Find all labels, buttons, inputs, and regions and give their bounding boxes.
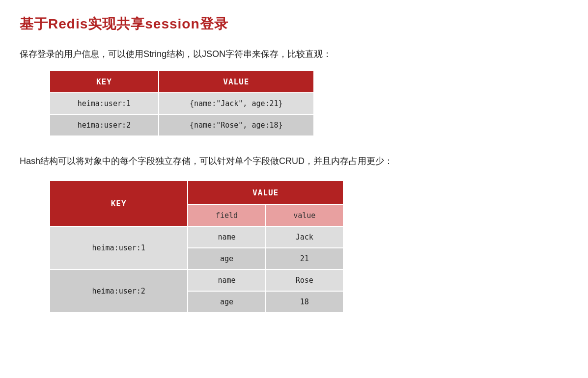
string-table-wrapper: KEY VALUE heima:user:1 {name:"Jack", age… bbox=[49, 70, 568, 136]
hash-table: KEY VALUE field value heima:user:1 name … bbox=[49, 180, 344, 313]
string-key-2: heima:user:2 bbox=[50, 114, 159, 136]
hash-value-header: VALUE bbox=[188, 181, 343, 205]
hash-field-age-1: age bbox=[188, 248, 265, 270]
string-description: 保存登录的用户信息，可以使用String结构，以JSON字符串来保存，比较直观： bbox=[20, 47, 568, 61]
table-row: heima:user:2 name Rose bbox=[50, 270, 343, 291]
table-row: heima:user:1 name Jack bbox=[50, 226, 343, 248]
hash-subvalue-header: value bbox=[266, 205, 343, 226]
hash-value-age-1: 21 bbox=[266, 248, 343, 270]
hash-table-wrapper: KEY VALUE field value heima:user:1 name … bbox=[49, 180, 568, 313]
hash-field-name-1: name bbox=[188, 226, 265, 248]
string-key-header: KEY bbox=[50, 71, 159, 93]
table-row: heima:user:2 {name:"Rose", age:18} bbox=[50, 114, 314, 136]
hash-field-name-2: name bbox=[188, 270, 265, 291]
string-value-header: VALUE bbox=[159, 71, 314, 93]
hash-value-name-1: Jack bbox=[266, 226, 343, 248]
string-value-1: {name:"Jack", age:21} bbox=[159, 93, 314, 114]
hash-subfield-header: field bbox=[188, 205, 265, 226]
string-table: KEY VALUE heima:user:1 {name:"Jack", age… bbox=[49, 70, 314, 136]
string-key-1: heima:user:1 bbox=[50, 93, 159, 114]
hash-key-user2: heima:user:2 bbox=[50, 270, 188, 313]
hash-description: Hash结构可以将对象中的每个字段独立存储，可以针对单个字段做CRUD，并且内存… bbox=[20, 154, 568, 168]
hash-field-age-2: age bbox=[188, 291, 265, 313]
hash-value-name-2: Rose bbox=[266, 270, 343, 291]
string-value-2: {name:"Rose", age:18} bbox=[159, 114, 314, 136]
hash-key-header: KEY bbox=[50, 181, 188, 226]
hash-key-user1: heima:user:1 bbox=[50, 226, 188, 270]
table-row: heima:user:1 {name:"Jack", age:21} bbox=[50, 93, 314, 114]
page-title: 基于Redis实现共享session登录 bbox=[20, 15, 568, 33]
hash-value-age-2: 18 bbox=[266, 291, 343, 313]
